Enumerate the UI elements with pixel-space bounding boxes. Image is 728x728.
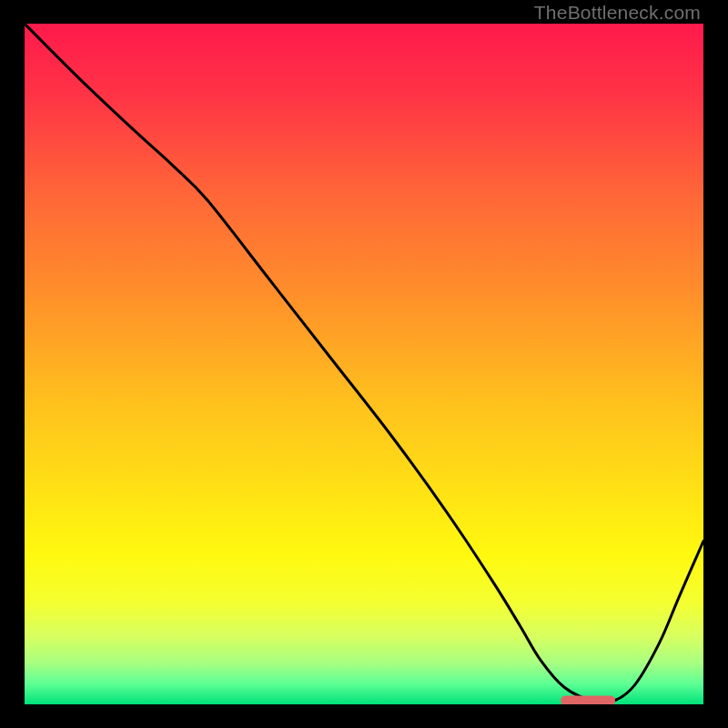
optimal-marker bbox=[561, 696, 615, 705]
chart-frame bbox=[25, 24, 703, 704]
bottleneck-chart bbox=[25, 24, 703, 704]
watermark-text: TheBottleneck.com bbox=[534, 2, 701, 24]
chart-background bbox=[25, 24, 703, 704]
